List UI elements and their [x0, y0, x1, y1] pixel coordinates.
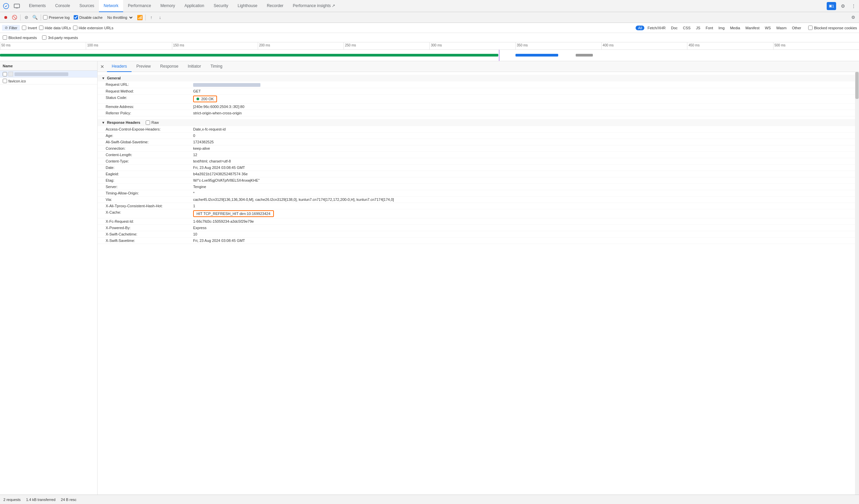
header-name-eagleid: Eagleid: [106, 172, 193, 176]
status-code-label: Status Code: [106, 95, 193, 102]
disable-cache-checkbox[interactable]: Disable cache [74, 15, 103, 19]
chip-other[interactable]: Other [790, 26, 804, 30]
responsive-icon[interactable] [12, 1, 21, 11]
left-panel: Name favicon.ico [0, 61, 97, 494]
toolbar-right: ▣ 1 ⚙ ⋮ [827, 2, 858, 10]
tab-performance[interactable]: Performance [123, 0, 156, 12]
chip-media[interactable]: Media [728, 26, 742, 30]
tick-300ms: 300 ms [430, 42, 515, 49]
header-value-etag: W/"c-Lve95gjOVATpfV8EL5X4nxwjKHE" [193, 178, 855, 182]
tick-400ms: 400 ms [601, 42, 687, 49]
preserve-log-checkbox[interactable]: Preserve log [43, 15, 70, 19]
third-party-checkbox[interactable]: 3rd-party requests [42, 35, 78, 40]
close-panel-button[interactable]: ✕ [99, 63, 106, 70]
header-name-swift-savetime: X-Swift-Savetime: [106, 239, 193, 243]
request-type-icon [9, 72, 13, 76]
tab-initiator[interactable]: Initiator [183, 61, 206, 72]
settings-button[interactable]: ⚙ [839, 2, 847, 10]
panel-tabs: ✕ Headers Preview Response Initiator Tim… [97, 61, 859, 72]
header-value-ali-tproxy: 1 [193, 204, 855, 208]
header-row-date: Date: Fri, 23 Aug 2024 03:08:45 GMT [97, 165, 859, 171]
header-row-access-control: Access-Control-Expose-Headers: Date,x-fc… [97, 126, 859, 133]
tab-response[interactable]: Response [155, 61, 183, 72]
tab-headers[interactable]: Headers [107, 61, 132, 72]
tab-timing[interactable]: Timing [206, 61, 227, 72]
tick-100ms: 100 ms [86, 42, 171, 49]
tab-security[interactable]: Security [209, 0, 233, 12]
header-row-server: Server: Tengine [97, 184, 859, 190]
remote-address-value: [240e:96c:6000:2504:3::3f2]:80 [193, 105, 855, 109]
tab-sources[interactable]: Sources [75, 0, 99, 12]
request-row-favicon[interactable]: favicon.ico [0, 78, 97, 85]
separator-1 [20, 14, 20, 20]
raw-checkbox[interactable]: Raw [146, 120, 159, 125]
separator-3 [145, 14, 146, 20]
tick-200ms: 200 ms [258, 42, 344, 49]
chip-manifest[interactable]: Manifest [743, 26, 762, 30]
filter-input-area[interactable]: ⊘ Filter [2, 25, 20, 31]
filter-toggle-button[interactable]: ⊘ [22, 14, 30, 21]
general-section-header[interactable]: ▼ General [97, 75, 859, 81]
request-checkbox-main[interactable] [3, 72, 7, 76]
header-row-age: Age: 0 [97, 133, 859, 139]
network-toolbar: ⏺ 🚫 ⊘ 🔍 Preserve log Disable cache No th… [0, 12, 859, 23]
chip-img[interactable]: Img [716, 26, 727, 30]
separator-2 [41, 14, 41, 20]
scrollbar-thumb[interactable] [855, 72, 859, 99]
referrer-policy-value: strict-origin-when-cross-origin [193, 111, 855, 115]
clear-button[interactable]: 🚫 [11, 14, 18, 21]
tab-console[interactable]: Console [50, 0, 75, 12]
response-headers-section-header[interactable]: ▼ Response Headers Raw [97, 119, 859, 126]
chip-css[interactable]: CSS [681, 26, 693, 30]
header-value-ali-swift: 1724382525 [193, 140, 855, 144]
request-url-row: Request URL: [97, 81, 859, 88]
tab-application[interactable]: Application [180, 0, 209, 12]
tab-elements[interactable]: Elements [24, 0, 50, 12]
chip-font[interactable]: Font [703, 26, 715, 30]
header-value-connection: keep-alive [193, 146, 855, 150]
url-blurred [193, 83, 260, 87]
chip-doc[interactable]: Doc [668, 26, 680, 30]
record-stop-button[interactable]: ⏺ [2, 14, 10, 21]
export-button[interactable]: ↓ [156, 14, 164, 21]
hide-ext-urls-checkbox[interactable]: Hide extension URLs [73, 26, 114, 30]
badge-button[interactable]: ▣ 1 [827, 2, 836, 10]
header-value-timing-allow: * [193, 191, 855, 195]
import-button[interactable]: ↑ [148, 14, 155, 21]
chip-ws[interactable]: WS [763, 26, 773, 30]
header-name-connection: Connection: [106, 146, 193, 150]
timeline-marker [499, 50, 499, 61]
tab-recorder[interactable]: Recorder [262, 0, 288, 12]
chip-all[interactable]: All [636, 26, 644, 30]
throttle-control[interactable]: No throttling Slow 3G Fast 3G [105, 15, 134, 20]
request-url-label: Request URL: [106, 82, 193, 87]
panel-scrollbar[interactable] [855, 72, 859, 494]
header-value-server: Tengine [193, 185, 855, 189]
invert-checkbox[interactable]: Invert [22, 26, 37, 30]
chip-wasm[interactable]: Wasm [774, 26, 789, 30]
network-settings-button[interactable]: ⚙ [849, 14, 857, 21]
blocked-requests-checkbox[interactable]: Blocked requests [3, 35, 37, 40]
response-headers-triangle: ▼ [102, 121, 105, 124]
header-name-xcache: X-Cache: [106, 210, 193, 217]
request-name-blurred [14, 72, 68, 76]
search-button[interactable]: 🔍 [31, 14, 39, 21]
hide-data-urls-checkbox[interactable]: Hide data URLs [39, 26, 71, 30]
tab-preview[interactable]: Preview [132, 61, 155, 72]
header-value-powered-by: Express [193, 226, 855, 230]
more-button[interactable]: ⋮ [849, 2, 858, 10]
tab-network[interactable]: Network [99, 0, 123, 12]
status-bar: 2 requests 1.4 kB transferred 24 B resc [0, 494, 859, 504]
tab-lighthouse[interactable]: Lighthouse [233, 0, 262, 12]
status-badge: 200 OK [193, 95, 217, 102]
chip-fetchxhr[interactable]: Fetch/XHR [645, 26, 668, 30]
request-row-main[interactable] [0, 71, 97, 78]
throttle-select[interactable]: No throttling Slow 3G Fast 3G [105, 15, 134, 20]
tab-perf-insights[interactable]: Performance insights ↗ [288, 0, 340, 12]
chip-js[interactable]: JS [693, 26, 703, 30]
header-name-ali-tproxy: X-Ali-Tproxy-Consistent-Hash-Hot: [106, 204, 193, 208]
blocked-cookies-checkbox[interactable]: Blocked response cookies [808, 26, 857, 30]
request-checkbox-favicon[interactable] [3, 79, 7, 83]
tab-memory[interactable]: Memory [156, 0, 180, 12]
header-value-eagleid: b4a3921b172438252487574 36e [193, 172, 855, 176]
